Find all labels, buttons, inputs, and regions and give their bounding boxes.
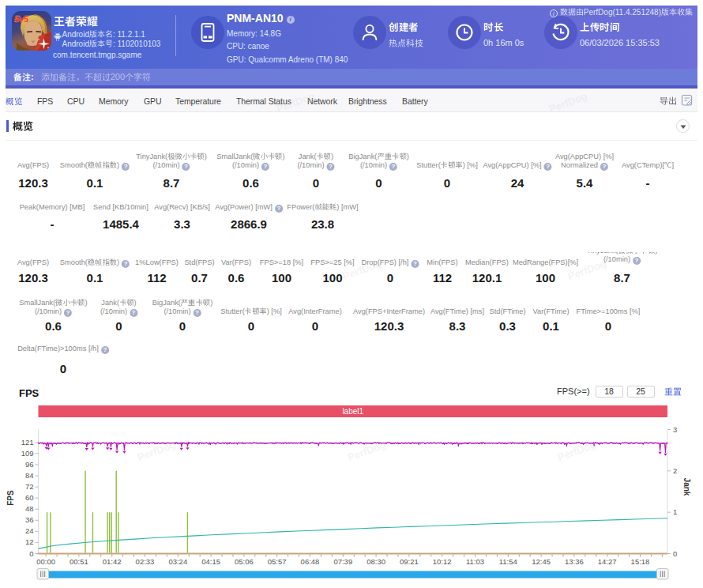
metric-value: 0.6: [45, 319, 62, 333]
metric-value: 3.3: [174, 217, 190, 231]
metric-value: 120.3: [374, 319, 404, 333]
svg-text:05:06: 05:06: [235, 557, 254, 566]
fps-threshold-input-2[interactable]: [627, 386, 655, 398]
metric-label: Send [KB/10min]: [93, 203, 148, 212]
metric-value: 0: [387, 270, 393, 284]
svg-text:02:33: 02:33: [136, 557, 155, 566]
svg-text:96: 96: [25, 460, 34, 469]
upload-time-icon-circle: [544, 16, 577, 49]
help-icon[interactable]: ?: [194, 309, 201, 317]
help-icon[interactable]: ?: [122, 260, 130, 268]
overview-section-header: [6, 119, 697, 136]
metric-value: 0.6: [242, 176, 259, 190]
fps-threshold-input-1[interactable]: [596, 386, 623, 398]
svg-text:5v5: 5v5: [14, 14, 29, 24]
tab-overview[interactable]: [6, 96, 22, 106]
metric-label: Avg(CTemp)[]: [622, 161, 674, 170]
metric-value: 100: [322, 270, 342, 284]
game-app-icon: 5v5: [12, 11, 51, 51]
tab-temperature[interactable]: Temperature: [175, 96, 221, 106]
metric-value: 23.8: [311, 217, 334, 231]
svg-text:2: 2: [673, 466, 677, 475]
help-icon[interactable]: ?: [544, 163, 552, 171]
tab-bar: FPSCPUMemoryGPUTemperatureThermal Status…: [6, 89, 697, 112]
svg-text:08:30: 08:30: [367, 557, 385, 566]
metric-label: Avg(FTime) [ms]: [430, 307, 484, 316]
metric-label: Std(FPS): [184, 258, 214, 267]
help-icon[interactable]: ?: [389, 163, 397, 171]
help-icon[interactable]: ?: [275, 205, 283, 213]
android-version-name: Android: 11.2.1.1: [62, 30, 161, 40]
svg-text:109: 109: [21, 449, 34, 458]
metric-label: Min(FPS): [427, 258, 457, 267]
upload-time-label: [580, 22, 660, 33]
help-icon[interactable]: ?: [327, 163, 335, 171]
help-icon[interactable]: ?: [411, 260, 419, 268]
svg-text:06:48: 06:48: [301, 557, 320, 566]
tab-battery[interactable]: Battery: [402, 96, 428, 106]
metric-value: 0: [444, 176, 450, 190]
metric-value: 0.7: [191, 270, 208, 284]
tab-brightness[interactable]: Brightness: [348, 96, 387, 106]
help-icon[interactable]: ?: [261, 163, 269, 171]
phone-icon: [191, 16, 224, 49]
fps-filter-controls: FPS(>=): [557, 385, 682, 398]
help-icon[interactable]: ?: [600, 163, 608, 171]
game-name: [54, 15, 98, 28]
series-trend-line: [39, 518, 668, 548]
help-icon[interactable]: ?: [130, 309, 137, 317]
help-icon[interactable]: ?: [64, 309, 72, 317]
tab-gpu[interactable]: GPU: [144, 96, 161, 106]
reset-link[interactable]: [664, 386, 682, 396]
zoom-handle-right[interactable]: [657, 569, 669, 580]
metric-label: Avg(FPS): [17, 161, 49, 170]
tab-network[interactable]: Network: [307, 96, 337, 106]
tab-thermal-status[interactable]: Thermal Status: [236, 96, 291, 106]
metric-value: 112: [433, 270, 452, 284]
svg-text:36: 36: [25, 515, 34, 524]
svg-text:1: 1: [673, 507, 677, 516]
collapse-button[interactable]: [676, 119, 690, 133]
metric-value: -: [51, 217, 55, 231]
history-clock-icon: [544, 16, 577, 49]
help-icon[interactable]: ?: [182, 163, 190, 171]
help-icon[interactable]: ?: [633, 257, 641, 265]
metric-label: Jank()(/10min)?: [297, 153, 334, 171]
section-divider: [6, 140, 697, 141]
zoom-handle-left[interactable]: [37, 569, 49, 580]
svg-text:00:00: 00:00: [36, 557, 55, 566]
zoom-scrollbar[interactable]: [49, 571, 657, 579]
help-icon[interactable]: ?: [101, 346, 109, 354]
tab-fps[interactable]: FPS: [37, 96, 53, 106]
metric-label: Avg(FPS): [17, 258, 49, 267]
tab-memory[interactable]: Memory: [99, 96, 128, 106]
metric-label: TinyJank()(/10min)?: [587, 252, 658, 265]
metric-label: Var(FPS): [221, 258, 251, 267]
metric-label: Peak(Memory) [MB]: [20, 203, 85, 212]
package-name: com.tencent.tmgp.sgame: [53, 51, 141, 59]
svg-text:07:39: 07:39: [333, 557, 352, 566]
svg-text:72: 72: [25, 482, 34, 491]
metric-label: Avg(InterFrame): [288, 307, 342, 316]
metric-value: 120.3: [18, 176, 48, 190]
metric-value: 1485.4: [103, 217, 139, 231]
help-icon[interactable]: ?: [122, 163, 130, 171]
export-button[interactable]: [660, 96, 677, 105]
metric-value: 0.3: [499, 319, 516, 333]
device-info-icon[interactable]: i: [287, 16, 295, 24]
tab-cpu[interactable]: CPU: [67, 96, 85, 106]
metric-label: Delta(FTime)>100ms [/h]?: [17, 345, 109, 354]
svg-text:04:15: 04:15: [201, 557, 220, 566]
svg-text:121: 121: [21, 438, 34, 447]
fps-chart[interactable]: label1012243648607284961091210123FPSJank…: [0, 399, 703, 588]
export-icon[interactable]: [681, 94, 694, 107]
metric-label: FPS>=25 [%]: [310, 258, 354, 267]
metric-value: 8.7: [614, 270, 630, 284]
creator-icon-circle: [353, 16, 386, 49]
metric-label: Jank()(/10min)?: [100, 299, 137, 317]
svg-text:03:24: 03:24: [168, 557, 187, 566]
remark-bar[interactable]: : 200: [6, 69, 697, 85]
device-info: PNM-AN10i Memory: 14.8G CPU: canoe GPU: …: [227, 12, 348, 64]
section-accent-bar: [6, 120, 9, 132]
metric-value: 0: [312, 319, 318, 333]
